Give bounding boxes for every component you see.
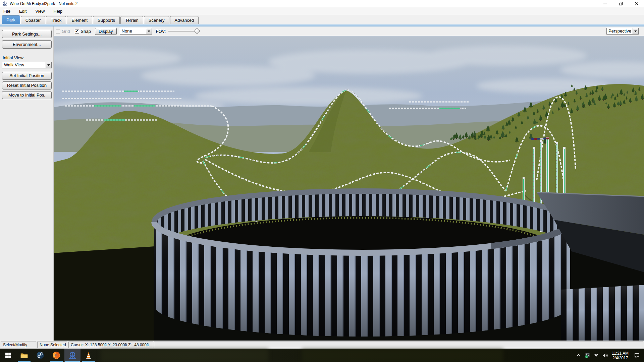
- taskbar-clock[interactable]: 11:21 AM 2/4/2017: [609, 351, 631, 360]
- firefox-icon: [52, 351, 61, 360]
- set-initial-position-button[interactable]: Set Initial Position: [2, 72, 52, 80]
- menu-edit[interactable]: Edit: [19, 9, 26, 14]
- volume-icon[interactable]: [600, 349, 609, 362]
- tab-track[interactable]: Track: [46, 16, 66, 24]
- taskbar-firefox[interactable]: [48, 349, 64, 362]
- tab-element[interactable]: Element: [67, 16, 92, 24]
- clock-date: 2/4/2017: [609, 356, 631, 360]
- display-button[interactable]: Display: [95, 28, 117, 35]
- initial-view-dropdown[interactable]: Walk View: [2, 62, 52, 68]
- vlc-icon: [84, 351, 93, 360]
- projection-value: Perspective: [607, 28, 633, 34]
- fov-label: FOV:: [156, 29, 166, 34]
- chevron-down-icon[interactable]: [46, 62, 51, 68]
- snap-checkbox[interactable]: ✔: [75, 29, 79, 34]
- system-tray: 11:21 AM 2/4/2017: [574, 349, 644, 362]
- file-explorer-icon: [19, 351, 29, 360]
- steam-icon: [36, 351, 45, 360]
- clock-time: 11:21 AM: [609, 351, 631, 356]
- title-bar[interactable]: Wine On Mi Body.nl2park - NoLimits 2: [0, 0, 644, 7]
- hidden-icons-chevron-icon[interactable]: [574, 349, 583, 362]
- reset-initial-position-button[interactable]: Reset Initial Position: [2, 81, 52, 89]
- display-mode-value: None: [120, 28, 146, 34]
- chevron-down-icon[interactable]: [146, 28, 152, 34]
- fov-slider-knob[interactable]: [195, 28, 200, 34]
- mode-tab-bar: Park Coaster Track Element Supports Terr…: [0, 15, 644, 24]
- viewport-toolbar: Grid ✔ Snap Display None FOV: Perspectiv…: [54, 26, 644, 36]
- menu-bar: File Edit View Help: [0, 7, 644, 15]
- fov-slider[interactable]: [168, 28, 199, 34]
- grid-label: Grid: [62, 29, 70, 34]
- nolimits-2-icon: [68, 351, 77, 360]
- taskbar-steam[interactable]: [32, 349, 48, 362]
- taskbar-file-explorer[interactable]: [16, 349, 32, 362]
- park-sidebar: Park Settings... Environment... Initial …: [0, 26, 54, 341]
- taskbar-vlc[interactable]: [80, 349, 97, 362]
- status-selection: None Selected: [37, 342, 67, 348]
- status-bar: Select/Modify None Selected Cursor: X: 1…: [0, 341, 644, 349]
- status-cursor-readout: Cursor: X: 128.500ft Y: 23.000ft Z: -48.…: [68, 342, 153, 348]
- menu-file[interactable]: File: [3, 9, 10, 14]
- tab-coaster[interactable]: Coaster: [21, 16, 46, 24]
- environment-button[interactable]: Environment...: [2, 40, 52, 49]
- snap-label: Snap: [81, 29, 91, 34]
- active-tab-accent-strip: [0, 24, 644, 26]
- tab-park[interactable]: Park: [2, 15, 20, 24]
- windows-logo-icon: [5, 353, 11, 358]
- status-mode: Select/Modify: [1, 342, 36, 348]
- dark-ground-left: [54, 246, 154, 341]
- windows-taskbar: 11:21 AM 2/4/2017: [0, 349, 644, 362]
- 3d-viewport[interactable]: [54, 36, 644, 341]
- sync-check-icon[interactable]: [583, 349, 592, 362]
- initial-view-label: Initial View: [3, 55, 51, 60]
- restore-button[interactable]: [619, 2, 623, 6]
- wifi-icon[interactable]: [592, 349, 600, 362]
- striped-ring-wall: [154, 191, 570, 337]
- display-mode-dropdown[interactable]: None: [120, 28, 152, 35]
- nolimits2-window: Wine On Mi Body.nl2park - NoLimits 2 Fil…: [0, 0, 644, 362]
- window-title: Wine On Mi Body.nl2park - NoLimits 2: [10, 1, 603, 6]
- status-empty: [154, 342, 643, 348]
- projection-dropdown[interactable]: Perspective: [606, 28, 639, 35]
- action-center-icon[interactable]: [631, 349, 643, 362]
- chevron-down-icon[interactable]: [633, 28, 638, 34]
- tab-supports[interactable]: Supports: [93, 16, 120, 24]
- tab-advanced[interactable]: Advanced: [170, 16, 199, 24]
- coaster-loop-icon: [2, 1, 7, 6]
- menu-view[interactable]: View: [35, 9, 45, 14]
- move-to-initial-pos-button[interactable]: Move to Initial Pos.: [2, 91, 52, 99]
- start-button[interactable]: [0, 349, 16, 362]
- tab-scenery[interactable]: Scenery: [144, 16, 169, 24]
- grid-checkbox[interactable]: [56, 29, 60, 34]
- minimize-button[interactable]: [603, 2, 607, 6]
- park-settings-button[interactable]: Park Settings...: [2, 30, 52, 38]
- menu-help[interactable]: Help: [53, 9, 62, 14]
- initial-view-value: Walk View: [2, 62, 46, 68]
- taskbar-nolimits-2[interactable]: [64, 349, 80, 362]
- close-button[interactable]: [634, 2, 639, 6]
- tab-terrain[interactable]: Terrain: [120, 16, 143, 24]
